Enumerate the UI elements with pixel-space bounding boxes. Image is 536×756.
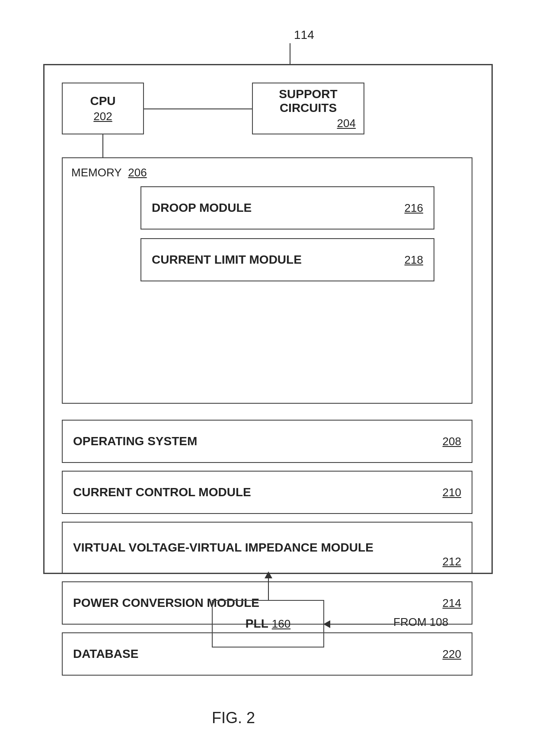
pll-box: PLL 160 <box>212 600 324 648</box>
memory-label: MEMORY 206 <box>71 166 147 179</box>
droop-label: DROOP MODULE <box>152 201 252 215</box>
page-container: 114 CPU 202 SUPPORT CIRCUITS 204 MEMORY … <box>0 0 536 756</box>
current-limit-number: 218 <box>405 253 423 267</box>
memory-box: MEMORY 206 DROOP MODULE 216 CURRENT LIMI… <box>62 157 472 404</box>
database-number: 220 <box>443 648 461 661</box>
arrow-up-line <box>268 574 269 600</box>
memory-number: 206 <box>128 166 147 179</box>
current-limit-box: CURRENT LIMIT MODULE 218 <box>140 238 434 281</box>
arrow-114 <box>290 43 290 65</box>
ccm-number: 210 <box>443 486 461 499</box>
pcm-number: 214 <box>443 597 461 610</box>
os-box: OPERATING SYSTEM 208 <box>62 420 472 463</box>
vvvi-label: VIRTUAL VOLTAGE-VIRTUAL IMPEDANCE MODULE <box>73 540 373 555</box>
ccm-box: CURRENT CONTROL MODULE 210 <box>62 471 472 514</box>
from108-arrowhead <box>323 620 330 628</box>
database-label: DATABASE <box>73 647 138 661</box>
os-number: 208 <box>443 435 461 448</box>
vvvi-number: 212 <box>443 555 461 568</box>
figure-label: FIG. 2 <box>212 709 255 727</box>
support-box: SUPPORT CIRCUITS 204 <box>252 83 364 134</box>
cpu-support-line <box>144 108 252 109</box>
cpu-to-memory-line <box>102 134 103 158</box>
cpu-number: 202 <box>93 110 112 123</box>
from108-line <box>324 624 393 625</box>
support-number: 204 <box>337 117 356 130</box>
support-label: SUPPORT CIRCUITS <box>253 87 364 115</box>
from108-label: FROM 108 <box>393 616 448 629</box>
vvvi-box: VIRTUAL VOLTAGE-VIRTUAL IMPEDANCE MODULE… <box>62 522 472 574</box>
pll-number: 160 <box>272 617 290 631</box>
ccm-label: CURRENT CONTROL MODULE <box>73 485 251 499</box>
cpu-box: CPU 202 <box>62 83 144 134</box>
current-limit-label: CURRENT LIMIT MODULE <box>152 253 302 267</box>
cpu-label: CPU <box>90 94 115 108</box>
droop-module-box: DROOP MODULE 216 <box>140 186 434 230</box>
pll-label: PLL <box>246 617 268 631</box>
main-box: CPU 202 SUPPORT CIRCUITS 204 MEMORY 206 … <box>43 64 493 574</box>
ref-label-114: 114 <box>294 28 314 42</box>
os-label: OPERATING SYSTEM <box>73 434 197 448</box>
droop-number: 216 <box>405 201 423 215</box>
